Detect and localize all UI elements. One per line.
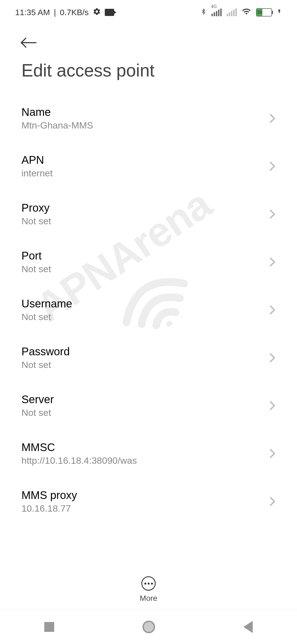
page-title: Edit access point bbox=[0, 49, 297, 94]
gear-icon bbox=[93, 7, 101, 18]
nav-bar bbox=[0, 610, 297, 644]
setting-item-port[interactable]: Port Not set bbox=[21, 238, 276, 286]
setting-value: http://10.16.18.4:38090/was bbox=[21, 455, 263, 466]
status-bar: 11:35 AM | 0.7KB/s 4G 3 bbox=[0, 0, 297, 25]
chevron-right-icon bbox=[269, 353, 276, 363]
chevron-right-icon bbox=[269, 448, 276, 459]
setting-item-name[interactable]: Name Mtn-Ghana-MMS bbox=[21, 94, 276, 142]
chevron-right-icon bbox=[269, 400, 276, 411]
bluetooth-icon bbox=[200, 7, 207, 18]
setting-item-proxy[interactable]: Proxy Not set bbox=[21, 190, 276, 238]
chevron-right-icon bbox=[269, 113, 276, 124]
more-icon bbox=[141, 576, 156, 591]
settings-list: Name Mtn-Ghana-MMS APN internet Proxy No… bbox=[0, 94, 297, 525]
battery-level: 38 bbox=[257, 9, 262, 16]
status-right: 4G 38 bbox=[200, 7, 282, 18]
setting-label: Server bbox=[21, 393, 263, 406]
setting-value: 10.16.18.77 bbox=[21, 503, 263, 514]
arrow-left-icon bbox=[21, 37, 37, 48]
signal-nosim-icon bbox=[227, 9, 237, 16]
signal-4g-icon: 4G bbox=[211, 9, 222, 16]
wifi-icon bbox=[242, 7, 251, 18]
setting-value: Mtn-Ghana-MMS bbox=[21, 120, 263, 131]
chevron-right-icon bbox=[269, 161, 276, 171]
setting-item-mmsc[interactable]: MMSC http://10.16.18.4:38090/was bbox=[21, 430, 276, 477]
charging-bolt-icon bbox=[277, 8, 282, 17]
chevron-right-icon bbox=[269, 257, 276, 267]
setting-item-mms-proxy[interactable]: MMS proxy 10.16.18.77 bbox=[21, 477, 276, 525]
more-button[interactable]: More bbox=[0, 568, 297, 603]
setting-label: Username bbox=[21, 298, 263, 310]
nav-home-button[interactable] bbox=[142, 621, 155, 633]
status-time: 11:35 AM bbox=[15, 8, 50, 17]
chevron-right-icon bbox=[269, 305, 276, 315]
setting-value: Not set bbox=[21, 312, 263, 322]
setting-label: Name bbox=[21, 106, 263, 118]
nav-back-button[interactable] bbox=[243, 621, 253, 633]
battery-icon: 38 bbox=[256, 8, 272, 17]
setting-label: Port bbox=[21, 250, 263, 262]
setting-label: MMSC bbox=[21, 441, 263, 454]
nav-recents-button[interactable] bbox=[44, 622, 54, 632]
setting-label: Password bbox=[21, 345, 263, 358]
camera-icon bbox=[105, 9, 114, 16]
chevron-right-icon bbox=[269, 209, 276, 219]
setting-value: Not set bbox=[21, 359, 263, 370]
setting-value: Not set bbox=[21, 407, 263, 418]
status-separator: | bbox=[54, 8, 56, 17]
setting-item-password[interactable]: Password Not set bbox=[21, 334, 276, 382]
setting-item-server[interactable]: Server Not set bbox=[21, 382, 276, 430]
setting-label: MMS proxy bbox=[21, 489, 263, 501]
setting-label: Proxy bbox=[21, 202, 263, 214]
more-label: More bbox=[140, 594, 157, 603]
setting-value: internet bbox=[21, 168, 263, 179]
setting-value: Not set bbox=[21, 264, 263, 274]
setting-label: APN bbox=[21, 154, 263, 166]
status-data-rate: 0.7KB/s bbox=[60, 8, 89, 17]
setting-item-apn[interactable]: APN internet bbox=[21, 142, 276, 190]
back-button[interactable] bbox=[0, 25, 297, 49]
status-left: 11:35 AM | 0.7KB/s bbox=[15, 7, 114, 18]
setting-value: Not set bbox=[21, 216, 263, 227]
chevron-right-icon bbox=[269, 496, 276, 507]
setting-item-username[interactable]: Username Not set bbox=[21, 286, 276, 334]
